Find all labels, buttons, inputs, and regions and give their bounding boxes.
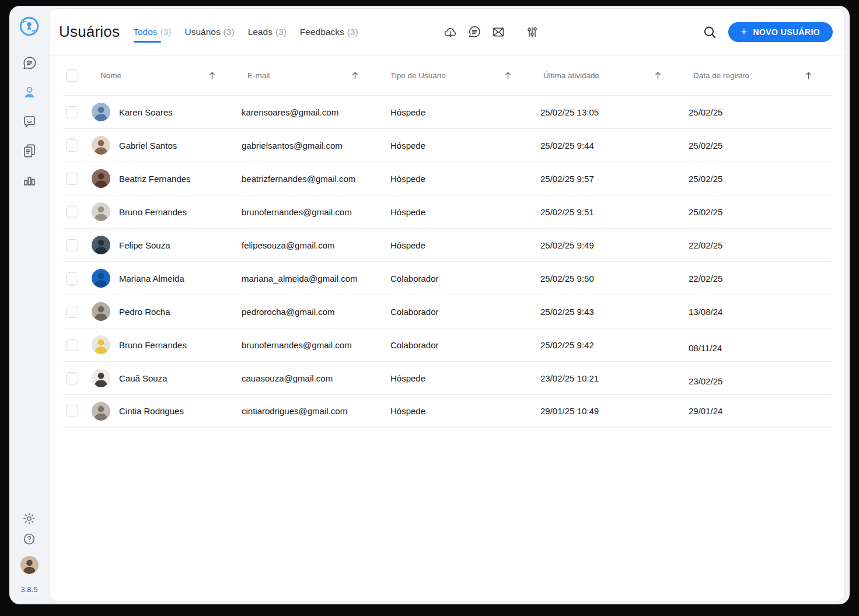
app-logo-icon[interactable]: [18, 15, 40, 37]
row-checkbox[interactable]: [66, 239, 78, 251]
row-checkbox[interactable]: [66, 106, 78, 118]
row-checkbox[interactable]: [66, 272, 78, 285]
user-email: mariana_almeida@gmail.com: [236, 274, 379, 284]
row-checkbox-cell: [63, 106, 88, 118]
user-name-cell: Cauã Souza: [88, 369, 236, 387]
table-row[interactable]: Beatriz Fernandes beatrizfernandes@gmail…: [63, 162, 832, 195]
comments-button[interactable]: [467, 24, 482, 40]
user-name: Mariana Almeida: [119, 274, 184, 284]
user-name: Cintia Rodrigues: [119, 406, 184, 416]
search-icon: [702, 24, 717, 40]
sidebar-nav: [21, 55, 37, 188]
user-type: Hóspede: [379, 141, 532, 150]
last-activity: 25/02/25 9:42: [532, 340, 682, 350]
column-header-registro[interactable]: Data de registro: [682, 71, 832, 80]
mail-button[interactable]: [491, 24, 506, 40]
row-checkbox[interactable]: [66, 339, 78, 351]
row-checkbox-cell: [63, 405, 88, 417]
table-body: Karen Soares karensoares@gmail.com Hóspe…: [63, 95, 832, 428]
registration-date: 29/01/24: [682, 406, 832, 416]
table-row[interactable]: Pedro Rocha pedrorocha@gmail.com Colabor…: [63, 295, 832, 328]
registration-date: 25/02/25: [682, 141, 832, 150]
new-user-button[interactable]: + NOVO USUÁRIO: [728, 22, 833, 42]
table-row[interactable]: Karen Soares karensoares@gmail.com Hóspe…: [63, 95, 832, 128]
sidebar-item-feedback[interactable]: [21, 113, 37, 130]
user-name: Pedro Rocha: [119, 307, 170, 317]
header-checkbox-cell: [63, 69, 88, 82]
registration-date: 25/02/25: [682, 174, 832, 184]
table-row[interactable]: Bruno Fernandes brunofernandes@gmail.com…: [63, 328, 832, 361]
tab-feedbacks[interactable]: Feedbacks (3): [300, 27, 358, 37]
app-window: 3.8.5 Usuários Todos (3) Usuários (3) Le…: [9, 6, 850, 604]
toolbar-actions: [443, 24, 540, 40]
table-row[interactable]: Cintia Rodrigues cintiarodrigues@gmail.c…: [63, 394, 832, 428]
sidebar: 3.8.5: [9, 6, 49, 604]
row-checkbox[interactable]: [66, 139, 78, 152]
table-header: Nome E-mail Tipo de Usuário Última ativi…: [63, 55, 832, 95]
user-name-cell: Bruno Fernandes: [88, 202, 236, 221]
row-checkbox-cell: [63, 239, 88, 251]
user-type: Colaborador: [379, 274, 532, 284]
table-row[interactable]: Mariana Almeida mariana_almeida@gmail.co…: [63, 261, 832, 295]
last-activity: 25/02/25 9:57: [532, 174, 682, 184]
user-avatar: [92, 202, 110, 221]
user-avatar: [92, 302, 110, 321]
user-email: cintiarodrigues@gmail.com: [236, 406, 379, 416]
users-table: Nome E-mail Tipo de Usuário Última ativi…: [63, 55, 832, 428]
tab-todos[interactable]: Todos (3): [133, 27, 171, 37]
column-header-nome[interactable]: Nome: [88, 71, 236, 80]
column-header-atividade[interactable]: Última atividade: [532, 71, 682, 80]
sort-asc-icon: [504, 71, 512, 80]
sort-asc-icon: [654, 71, 662, 80]
user-type: Colaborador: [379, 340, 532, 350]
user-name-cell: Felipe Souza: [88, 236, 236, 254]
row-checkbox-cell: [63, 139, 88, 152]
current-user-avatar[interactable]: [20, 556, 39, 574]
registration-date: 23/02/25: [682, 376, 832, 386]
registration-date: 25/02/25: [682, 207, 832, 217]
user-name-cell: Mariana Almeida: [88, 269, 236, 288]
registration-date: 22/02/25: [682, 274, 832, 284]
settings-button[interactable]: [21, 510, 37, 527]
column-header-tipo[interactable]: Tipo de Usuário: [379, 71, 532, 80]
user-type: Colaborador: [379, 307, 532, 317]
sidebar-item-reports[interactable]: [21, 172, 37, 188]
help-button[interactable]: [21, 531, 37, 547]
user-name: Gabriel Santos: [119, 141, 177, 150]
user-email: brunofernandes@gmail.com: [236, 340, 379, 350]
filters-button[interactable]: [525, 24, 540, 40]
row-checkbox[interactable]: [66, 306, 78, 318]
row-checkbox[interactable]: [66, 372, 78, 384]
search-button[interactable]: [702, 24, 717, 40]
sidebar-item-documents[interactable]: [21, 142, 37, 159]
user-name: Cauã Souza: [119, 373, 167, 383]
documents-icon: [22, 143, 37, 159]
sidebar-item-messages[interactable]: [21, 55, 37, 71]
settings-icon: [22, 512, 36, 526]
user-avatar: [92, 402, 110, 421]
user-avatar: [92, 335, 110, 354]
row-checkbox[interactable]: [66, 405, 78, 417]
table-row[interactable]: Felipe Souza felipesouza@gmail.com Hóspe…: [63, 228, 832, 261]
tab-leads[interactable]: Leads (3): [248, 27, 287, 37]
table-row[interactable]: Gabriel Santos gabrielsantos@gmail.com H…: [63, 128, 832, 162]
row-checkbox[interactable]: [66, 173, 78, 185]
table-row[interactable]: Bruno Fernandes brunofernandes@gmail.com…: [63, 195, 832, 228]
user-name-cell: Pedro Rocha: [88, 302, 236, 321]
user-type: Hóspede: [379, 373, 532, 383]
select-all-checkbox[interactable]: [66, 69, 78, 82]
row-checkbox[interactable]: [66, 206, 78, 218]
table-row[interactable]: Cauã Souza cauasouza@gmail.com Hóspede 2…: [63, 361, 832, 394]
sort-asc-icon: [351, 71, 359, 80]
row-checkbox-cell: [63, 206, 88, 218]
tab-usuarios[interactable]: Usuários (3): [185, 27, 235, 37]
last-activity: 29/01/25 10:49: [532, 406, 682, 416]
app-version: 3.8.5: [21, 585, 38, 594]
registration-date: 08/11/24: [682, 343, 832, 353]
export-button[interactable]: [443, 24, 458, 40]
column-header-email[interactable]: E-mail: [236, 71, 379, 80]
user-name: Karen Soares: [119, 107, 173, 117]
user-name-cell: Karen Soares: [88, 103, 236, 121]
user-name-cell: Beatriz Fernandes: [88, 169, 236, 188]
sidebar-item-users[interactable]: [21, 84, 37, 100]
